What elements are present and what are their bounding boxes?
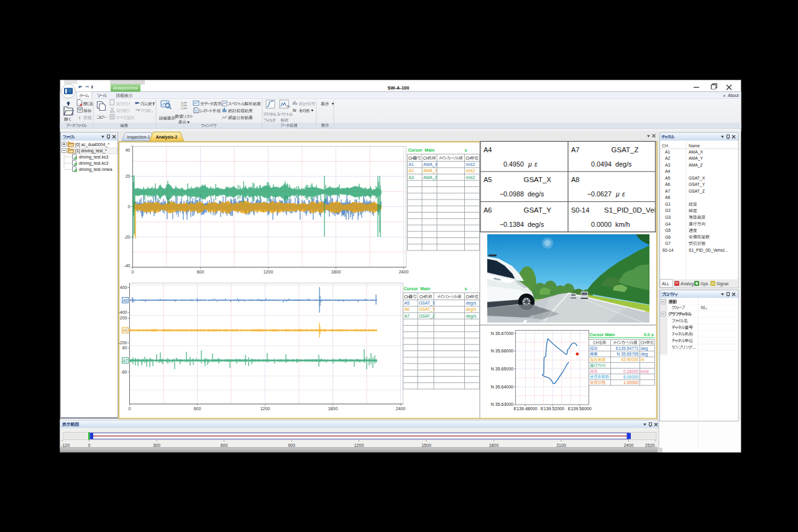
- svg-text:Cursor Main: Cursor Main: [590, 332, 615, 337]
- svg-text:GSAT_Z: GSAT_Z: [689, 189, 705, 194]
- svg-text:AnalysisView: AnalysisView: [113, 86, 138, 91]
- svg-text:600: 600: [194, 406, 201, 411]
- svg-text:[0] ac_dual0004_*: [0] ac_dual0004_*: [75, 142, 109, 147]
- svg-text:N 35.64000: N 35.64000: [491, 385, 513, 389]
- svg-text:CH: CH: [466, 156, 472, 160]
- svg-text:S0-14: S0-14: [663, 248, 674, 252]
- svg-text:Gps: Gps: [700, 282, 709, 287]
- svg-text:40: 40: [126, 148, 131, 152]
- svg-text:AMA_X: AMA_X: [689, 150, 704, 155]
- svg-text:A5: A5: [405, 301, 410, 305]
- svg-text:A2: A2: [409, 168, 415, 173]
- svg-text:m/s2: m/s2: [466, 168, 475, 173]
- svg-text:E139.54771: E139.54771: [616, 346, 639, 351]
- svg-text:2520: 2520: [645, 443, 655, 447]
- svg-text:GSAT_X: GSAT_X: [689, 176, 705, 181]
- svg-text:km/h: km/h: [615, 221, 630, 228]
- svg-text:1.00000: 1.00000: [623, 380, 639, 385]
- svg-text:S0-14: S0-14: [571, 206, 589, 214]
- svg-text:-60: -60: [121, 370, 127, 374]
- svg-text:[1] driving_test_*: [1] driving_test_*: [75, 149, 107, 154]
- svg-text:G3: G3: [665, 215, 671, 219]
- svg-text:fx: fx: [293, 108, 296, 112]
- svg-text:deg/s: deg/s: [528, 190, 544, 198]
- svg-text:CH: CH: [466, 295, 472, 299]
- svg-text:deg/s: deg/s: [466, 301, 477, 306]
- svg-text:2400: 2400: [396, 406, 406, 411]
- svg-text:E139.56000: E139.56000: [568, 406, 592, 411]
- svg-text:Analog: Analog: [681, 282, 694, 287]
- svg-text:0.0 s: 0.0 s: [644, 332, 654, 337]
- svg-text:200: 200: [120, 316, 127, 320]
- svg-text:1800: 1800: [328, 406, 338, 411]
- svg-text:S1_PID_0D_Veh: S1_PID_0D_Veh: [604, 206, 658, 214]
- svg-text:1800: 1800: [331, 270, 341, 274]
- svg-text:0: 0: [88, 443, 91, 447]
- svg-text:A7: A7: [571, 146, 579, 154]
- svg-text:ε: ε: [622, 190, 625, 198]
- svg-text:N 35.65000: N 35.65000: [491, 367, 513, 371]
- svg-text:A6: A6: [123, 328, 128, 332]
- svg-text:About: About: [728, 93, 739, 98]
- svg-text:400: 400: [120, 285, 127, 290]
- svg-text:0.0494: 0.0494: [591, 160, 612, 168]
- svg-text:A2: A2: [665, 156, 671, 160]
- svg-text:GSAT_Y: GSAT_Y: [689, 182, 705, 187]
- svg-text:Analysis-2: Analysis-2: [156, 135, 178, 140]
- svg-text:GSAT_X: GSAT_X: [523, 176, 551, 183]
- svg-text:1500: 1500: [421, 443, 431, 447]
- svg-text:CH: CH: [423, 156, 429, 160]
- svg-text:AMA_Y: AMA_Y: [689, 156, 704, 161]
- svg-text:driving_test.kc3: driving_test.kc3: [79, 161, 108, 166]
- svg-text:A5: A5: [665, 176, 671, 180]
- svg-text:Name: Name: [689, 144, 700, 148]
- svg-text:GSAT_Z: GSAT_Z: [612, 146, 639, 154]
- svg-text:N 35.63000: N 35.63000: [491, 402, 513, 406]
- svg-text:0.4950: 0.4950: [503, 160, 524, 168]
- svg-text:CH: CH: [420, 295, 426, 299]
- svg-text:A1: A1: [665, 150, 671, 154]
- svg-text:A6: A6: [484, 206, 492, 214]
- svg-text:0.16000: 0.16000: [623, 369, 639, 374]
- svg-text:−0.1384: −0.1384: [500, 221, 524, 228]
- svg-text:m/s2: m/s2: [466, 175, 475, 180]
- svg-text:N 35.67000: N 35.67000: [491, 331, 513, 336]
- svg-text:S1_PID_0D_Vehicl...: S1_PID_0D_Vehicl...: [689, 248, 728, 253]
- svg-text:A1: A1: [409, 162, 415, 167]
- svg-text:2400: 2400: [624, 443, 634, 447]
- svg-text:G7: G7: [665, 241, 671, 245]
- svg-text:N 35.66000: N 35.66000: [491, 349, 513, 353]
- svg-text:GSAT_X: GSAT_X: [419, 301, 436, 306]
- svg-text:GSAT_Y: GSAT_Y: [523, 206, 551, 214]
- svg-text:ALL: ALL: [662, 282, 669, 286]
- svg-text:60: 60: [122, 346, 127, 350]
- svg-text:A4: A4: [484, 146, 492, 154]
- svg-text:300: 300: [153, 443, 160, 447]
- svg-text:1800: 1800: [489, 443, 499, 447]
- svg-text:G4: G4: [665, 222, 671, 226]
- svg-text:-120: -120: [61, 443, 70, 447]
- svg-text:deg/s: deg/s: [615, 160, 632, 168]
- svg-text:G2: G2: [665, 208, 671, 213]
- svg-text:Inspection-1: Inspection-1: [127, 135, 150, 140]
- svg-text:600: 600: [197, 270, 204, 274]
- svg-text:deg/s: deg/s: [466, 307, 477, 312]
- svg-text:0: 0: [132, 270, 134, 274]
- svg-text:1200: 1200: [260, 406, 270, 411]
- svg-text:SW-A-100: SW-A-100: [388, 85, 410, 91]
- svg-text:A8: A8: [665, 195, 671, 200]
- svg-text:Hz: Hz: [287, 105, 290, 108]
- svg-text:A3: A3: [409, 175, 415, 180]
- svg-text:E139.52000: E139.52000: [541, 406, 564, 411]
- svg-text:A8: A8: [571, 176, 579, 183]
- svg-text:G6: G6: [665, 235, 671, 239]
- svg-text:AMA_Z: AMA_Z: [423, 175, 438, 180]
- svg-text:i: i: [79, 115, 80, 121]
- svg-text:A6: A6: [665, 182, 671, 186]
- svg-text:m: m: [641, 357, 644, 362]
- svg-text:ε: ε: [534, 160, 538, 168]
- svg-text:G5: G5: [665, 228, 671, 232]
- svg-text:driving_test.nmea: driving_test.nmea: [79, 167, 112, 172]
- svg-text:1200: 1200: [264, 270, 273, 274]
- svg-text:s: s: [465, 287, 467, 291]
